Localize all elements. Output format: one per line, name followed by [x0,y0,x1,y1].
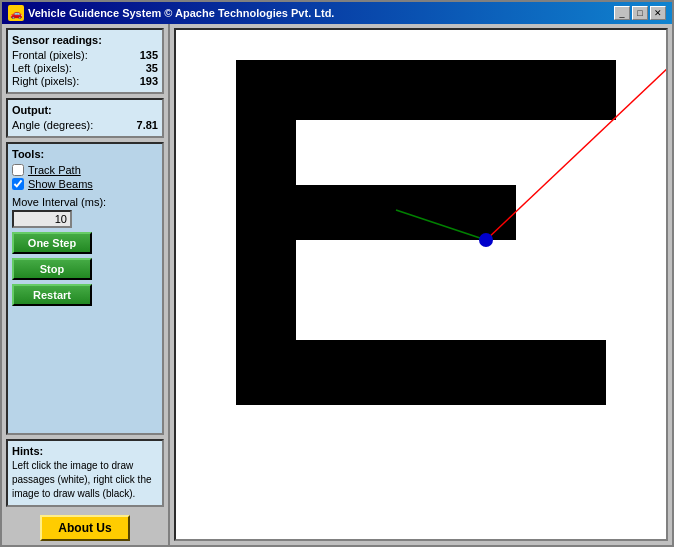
app-icon: 🚗 [8,5,24,21]
sidebar: Sensor readings: Frontal (pixels): 135 L… [2,24,170,545]
simulation-canvas[interactable] [176,30,666,539]
hints-title: Hints: [12,445,158,457]
window-title: Vehicle Guidence System © Apache Technol… [28,7,334,19]
content-area: Sensor readings: Frontal (pixels): 135 L… [2,24,672,545]
hints-text: Left click the image to draw passages (w… [12,459,158,501]
title-bar: 🚗 Vehicle Guidence System © Apache Techn… [2,2,672,24]
track-path-checkbox[interactable] [12,164,24,176]
interval-label: Move Interval (ms): [12,196,158,208]
frontal-label: Frontal (pixels): [12,49,88,61]
show-beams-checkbox[interactable] [12,178,24,190]
frontal-row: Frontal (pixels): 135 [12,49,158,61]
show-beams-label[interactable]: Show Beams [28,178,93,190]
minimize-button[interactable]: _ [614,6,630,20]
output-title: Output: [12,104,158,116]
left-label: Left (pixels): [12,62,72,74]
hints-panel: Hints: Left click the image to draw pass… [6,439,164,507]
one-step-button[interactable]: One Step [12,232,92,254]
tools-title: Tools: [12,148,158,160]
stop-button[interactable]: Stop [12,258,92,280]
left-row: Left (pixels): 35 [12,62,158,74]
about-button[interactable]: About Us [40,515,130,541]
right-label: Right (pixels): [12,75,79,87]
interval-input[interactable] [12,210,72,228]
left-value: 35 [123,62,158,74]
angle-value: 7.81 [123,119,158,131]
maximize-button[interactable]: □ [632,6,648,20]
sensor-title: Sensor readings: [12,34,158,46]
title-bar-left: 🚗 Vehicle Guidence System © Apache Techn… [8,5,334,21]
close-button[interactable]: ✕ [650,6,666,20]
title-controls: _ □ ✕ [614,6,666,20]
main-canvas-area[interactable] [174,28,668,541]
angle-label: Angle (degrees): [12,119,93,131]
track-path-label[interactable]: Track Path [28,164,81,176]
track-path-row: Track Path [12,164,158,176]
right-value: 193 [123,75,158,87]
restart-button[interactable]: Restart [12,284,92,306]
show-beams-row: Show Beams [12,178,158,190]
output-panel: Output: Angle (degrees): 7.81 [6,98,164,138]
right-row: Right (pixels): 193 [12,75,158,87]
frontal-value: 135 [123,49,158,61]
sensor-panel: Sensor readings: Frontal (pixels): 135 L… [6,28,164,94]
tools-panel: Tools: Track Path Show Beams Move Interv… [6,142,164,435]
main-window: 🚗 Vehicle Guidence System © Apache Techn… [0,0,674,547]
angle-row: Angle (degrees): 7.81 [12,119,158,131]
